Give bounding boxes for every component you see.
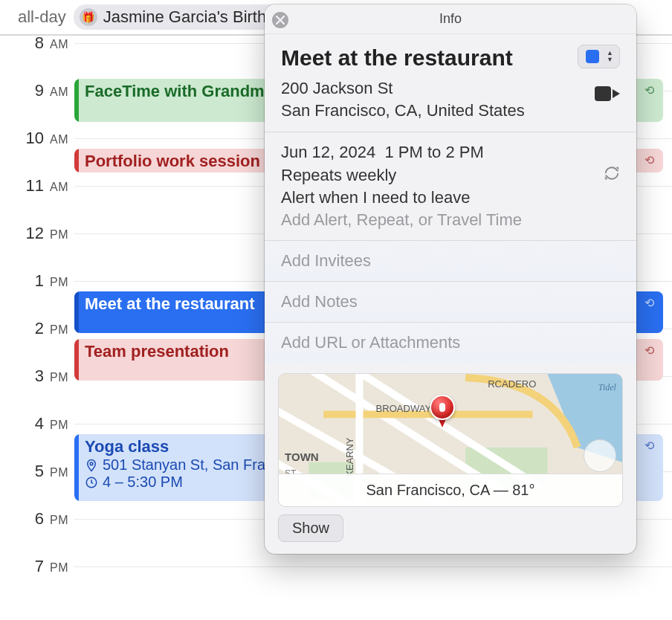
event-datetime[interactable]: Jun 12, 2024 1 PM to 2 PM <box>281 143 620 162</box>
calendar-color-swatch <box>586 50 599 63</box>
allday-label: all-day <box>18 7 66 27</box>
svg-text:Tidel: Tidel <box>598 382 617 393</box>
show-button[interactable]: Show <box>278 514 343 542</box>
map-label-broadway: BROADWAY <box>376 404 432 415</box>
location-pin-icon <box>85 459 98 472</box>
hour-label: 2 PM <box>15 319 68 338</box>
clock-icon <box>85 476 98 489</box>
hour-label: 8 AM <box>15 33 68 53</box>
video-call-button[interactable] <box>595 85 620 103</box>
hour-label: 4 PM <box>15 414 68 433</box>
close-button[interactable] <box>272 12 288 28</box>
event-info-popover: Info Meet at the restaurant 200 Jackson … <box>265 4 636 554</box>
map-label-town: TOWN <box>285 451 319 463</box>
event-location-field[interactable]: 200 Jackson St San Francisco, CA, United… <box>281 77 569 121</box>
map-label-cadero: RCADERO <box>488 378 536 390</box>
hour-label: 11 AM <box>15 176 68 196</box>
add-url-field[interactable]: Add URL or Attachments <box>265 323 636 363</box>
hour-label: 7 PM <box>15 557 68 576</box>
repeat-icon: ⟲ <box>644 296 654 310</box>
event-title-field[interactable]: Meet at the restaurant <box>281 45 569 71</box>
map-label-kearny: KEARNY <box>344 438 355 477</box>
popover-title: Info <box>439 11 462 27</box>
chevron-updown-icon: ▲▼ <box>607 50 613 63</box>
calendar-picker[interactable]: ▲▼ <box>578 45 620 68</box>
svg-point-0 <box>90 462 93 465</box>
location-map[interactable]: BROADWAY KEARNY TOWN ST RCADERO Tidel Sa… <box>278 373 623 507</box>
hour-label: 9 AM <box>15 81 68 100</box>
repeat-icon <box>604 165 620 185</box>
add-invitees-field[interactable]: Add Invitees <box>265 241 636 282</box>
hour-label: 12 PM <box>15 224 68 243</box>
hour-label: 5 PM <box>15 462 68 481</box>
map-pin-icon <box>430 395 455 429</box>
popover-header: Info <box>265 4 636 34</box>
hour-label: 10 AM <box>15 129 68 148</box>
repeat-icon: ⟲ <box>644 83 654 97</box>
close-icon <box>276 16 285 25</box>
map-caption: San Francisco, CA — 81° <box>279 474 622 506</box>
repeat-icon: ⟲ <box>644 153 654 167</box>
gift-icon: 🎁 <box>80 8 97 26</box>
event-repeats[interactable]: Repeats weekly <box>281 165 620 185</box>
event-alert[interactable]: Alert when I need to leave <box>281 188 620 207</box>
repeat-icon: ⟲ <box>644 439 654 453</box>
hour-label: 6 PM <box>15 509 68 529</box>
hour-label: 3 PM <box>15 366 68 386</box>
repeat-icon: ⟲ <box>644 343 654 358</box>
add-notes-field[interactable]: Add Notes <box>265 282 636 323</box>
hour-label: 1 PM <box>15 271 68 291</box>
add-alert-link[interactable]: Add Alert, Repeat, or Travel Time <box>281 210 620 230</box>
